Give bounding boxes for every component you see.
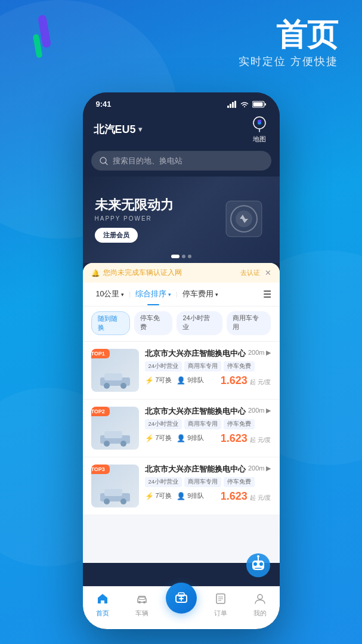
station-thumbnail: TOP2 [91, 407, 139, 450]
filter-sort-label: 综合排序 [135, 289, 166, 299]
svg-point-34 [143, 601, 146, 603]
robot-icon [245, 552, 271, 578]
banner: 未来无限动力 HAPPY POWER 注册会员 [83, 177, 280, 263]
register-button[interactable]: 注册会员 [95, 228, 138, 243]
notification-message: 您尚未完成车辆认证入网 [103, 268, 182, 277]
tag-item[interactable]: 24小时营业 [177, 311, 222, 335]
station-distance: 200m ▶ [248, 349, 271, 357]
station-tags: 24小时营业 商用车专用 停车免费 [145, 477, 271, 487]
banner-dots [171, 255, 191, 258]
available-count: 7可换 [156, 434, 172, 442]
nav-label-home: 首页 [96, 609, 109, 618]
price-value: 1.623 [221, 490, 247, 502]
nav-item-profile[interactable]: 我的 [240, 592, 280, 618]
svg-point-33 [138, 601, 141, 603]
filter-fee[interactable]: 停车费用 ▾ [178, 289, 223, 299]
station-thumbnail: TOP1 [91, 349, 139, 392]
price-area: 1.623 起 元/度 [221, 432, 271, 445]
tags-row: 随到随换 停车免费 24小时营业 商用车专用 [83, 306, 280, 342]
assistant-button[interactable] [245, 552, 271, 578]
tag-item[interactable]: 停车免费 [134, 311, 172, 335]
svg-point-31 [120, 499, 126, 504]
banner-decoration [217, 192, 271, 246]
search-input[interactable] [113, 156, 263, 165]
menu-icon[interactable]: ☰ [263, 289, 271, 300]
main-content: 🔔 您尚未完成车辆认证入网 去认证 ✕ 10公里 ▾ | [83, 263, 280, 563]
search-bar[interactable] [91, 151, 271, 171]
swap-center-button[interactable] [166, 583, 197, 614]
nav-label-profile: 我的 [253, 609, 267, 618]
home-icon [96, 592, 109, 608]
available-stat: ⚡ 7可换 [145, 434, 172, 442]
price-unit: 起 元/度 [250, 494, 271, 501]
car-image [97, 366, 133, 389]
nav-item-home[interactable]: 首页 [83, 592, 122, 618]
map-icon [250, 115, 268, 133]
table-row[interactable]: TOP2 北京市大兴亦庄智能换电中心 200m ▶ 24小时营业 商用车专用 停… [83, 400, 280, 457]
app-logo [24, 12, 66, 68]
signal-icon [227, 101, 237, 108]
nav-item-swap[interactable] [162, 595, 201, 615]
tag-item[interactable]: 随到随换 [91, 311, 131, 335]
page-subtitle: 实时定位 方便快捷 [239, 54, 338, 69]
station-tag: 24小时营业 [145, 477, 182, 487]
queue-count: 9排队 [187, 434, 204, 442]
svg-rect-32 [139, 597, 145, 600]
svg-rect-21 [104, 373, 122, 380]
station-name: 北京市大兴亦庄智能换电中心 [145, 349, 248, 359]
svg-rect-5 [227, 106, 229, 108]
map-button[interactable]: 地图 [250, 114, 269, 144]
profile-icon [253, 592, 267, 608]
car-model-selector[interactable]: 北汽EU5 ▾ [94, 122, 142, 137]
filter-distance[interactable]: 10公里 ▾ [91, 289, 129, 299]
swap-icon [174, 590, 189, 606]
table-row[interactable]: TOP3 北京市大兴亦庄智能换电中心 200m ▶ 24小时营业 商用车专用 停… [83, 457, 280, 515]
svg-rect-4 [33, 34, 43, 58]
station-distance: 200m ▶ [248, 407, 271, 414]
notification-bar[interactable]: 🔔 您尚未完成车辆认证入网 去认证 ✕ [83, 263, 280, 283]
queue-stat: 👤 9排队 [177, 492, 204, 500]
svg-point-30 [104, 499, 110, 504]
table-row[interactable]: TOP1 北京市大兴亦庄智能换电中心 200m ▶ 24小时营业 商用车专用 停… [83, 342, 280, 400]
car-model-name: 北汽EU5 [94, 122, 136, 137]
chevron-down-icon: ▾ [215, 292, 218, 298]
tag-item[interactable]: 商用车专用 [227, 311, 271, 335]
station-tag: 停车免费 [224, 361, 255, 371]
station-distance: 200m ▶ [248, 465, 271, 472]
banner-text: 未来无限动力 HAPPY POWER 注册会员 [95, 197, 174, 243]
queue-stat: 👤 9排队 [177, 376, 204, 385]
station-tag: 商用车专用 [184, 419, 221, 429]
svg-point-22 [104, 383, 110, 389]
svg-line-16 [105, 162, 107, 165]
filter-distance-label: 10公里 [96, 289, 120, 299]
svg-rect-25 [104, 431, 122, 438]
station-tags: 24小时营业 商用车专用 停车免费 [145, 361, 271, 371]
station-tags: 24小时营业 商用车专用 停车免费 [145, 419, 271, 429]
station-tag: 停车免费 [224, 419, 255, 429]
filter-sort[interactable]: 综合排序 ▾ [131, 289, 176, 299]
available-count: 7可换 [156, 376, 172, 385]
svg-point-47 [259, 562, 263, 566]
price-value: 1.623 [221, 432, 247, 444]
svg-rect-8 [234, 101, 236, 108]
svg-rect-10 [265, 103, 266, 106]
phone-notch [146, 92, 217, 109]
station-stats: ⚡ 7可换 👤 9排队 1.623 起 元/度 [145, 432, 271, 445]
notification-action[interactable]: 去认证 [240, 268, 260, 277]
bottom-nav: 首页 车辆 [83, 586, 280, 629]
close-icon[interactable]: ✕ [265, 268, 271, 277]
queue-count: 9排队 [187, 492, 204, 500]
rank-badge: TOP3 [91, 465, 110, 474]
nav-label-vehicle: 车辆 [135, 609, 148, 618]
orders-icon [214, 592, 227, 608]
station-tag: 停车免费 [224, 477, 255, 487]
svg-rect-6 [230, 104, 231, 108]
station-list: TOP1 北京市大兴亦庄智能换电中心 200m ▶ 24小时营业 商用车专用 停… [83, 342, 280, 515]
nav-item-vehicle[interactable]: 车辆 [122, 592, 162, 618]
phone-frame: 9:41 [83, 92, 280, 629]
available-stat: ⚡ 7可换 [145, 492, 172, 500]
bell-icon: 🔔 [91, 269, 100, 277]
nav-item-orders[interactable]: 订单 [201, 592, 240, 618]
banner-title: 未来无限动力 [95, 197, 174, 214]
nav-label-orders: 订单 [214, 609, 227, 618]
